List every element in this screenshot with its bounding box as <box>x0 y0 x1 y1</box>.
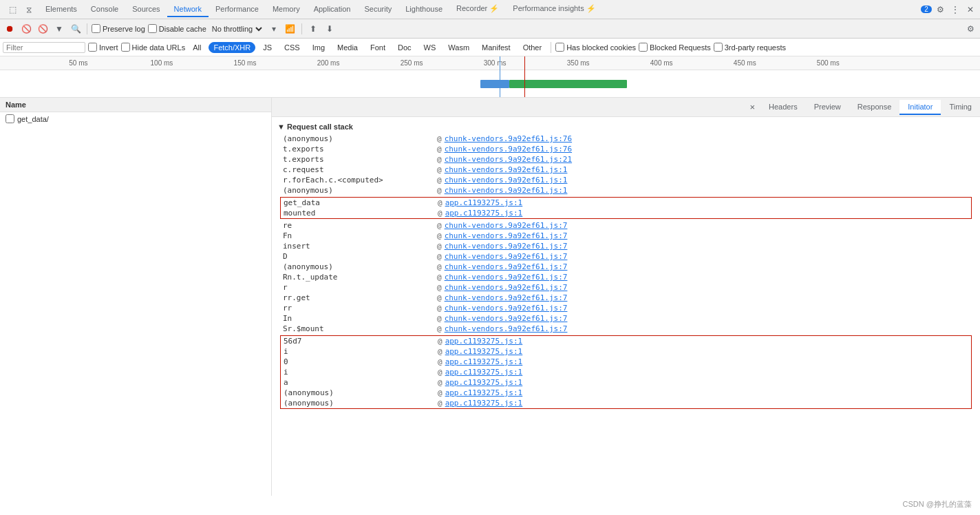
row-checkbox[interactable] <box>6 114 14 123</box>
mark-300ms: 300 ms <box>484 59 507 67</box>
mark-350ms: 350 ms <box>567 59 590 67</box>
stack-link-4[interactable]: chunk-vendors.9a92ef61.js:1 <box>445 176 568 185</box>
tab-console[interactable]: Console <box>84 2 125 17</box>
stack-link-21[interactable]: app.c1193275.js:1 <box>445 357 523 366</box>
stop-icon[interactable]: 🚫 <box>19 22 33 36</box>
has-blocked-cookies-label[interactable]: Has blocked cookies <box>555 43 636 52</box>
clear-button[interactable]: 🚫 <box>36 22 50 36</box>
stack-link-18[interactable]: chunk-vendors.9a92ef61.js:7 <box>445 324 568 333</box>
stack-link-5[interactable]: chunk-vendors.9a92ef61.js:1 <box>445 186 568 195</box>
settings-icon[interactable]: ⚙ <box>933 3 947 17</box>
stack-link-24[interactable]: app.c1193275.js:1 <box>445 388 523 397</box>
preserve-log-checkbox[interactable] <box>92 24 100 33</box>
tab-network[interactable]: Network <box>167 2 209 17</box>
third-party-checkbox[interactable] <box>714 43 723 52</box>
tab-application[interactable]: Application <box>307 2 358 17</box>
close-devtools-icon[interactable]: ✕ <box>963 3 977 17</box>
stack-link-10[interactable]: chunk-vendors.9a92ef61.js:7 <box>445 242 568 251</box>
stack-row-8: re @ chunk-vendors.9a92ef61.js:7 <box>272 220 980 231</box>
tab-perf-insights[interactable]: Performance insights ⚡ <box>506 1 602 17</box>
throttle-dropdown-icon[interactable]: ▾ <box>267 22 281 36</box>
import-icon[interactable]: ⬆ <box>306 22 320 36</box>
export-icon[interactable]: ⬇ <box>323 22 337 36</box>
separator-1 <box>87 23 87 34</box>
stack-row-11: D @ chunk-vendors.9a92ef61.js:7 <box>272 251 980 262</box>
filter-tag-font[interactable]: Font <box>365 42 390 53</box>
separator-2 <box>301 23 302 34</box>
has-blocked-cookies-checkbox[interactable] <box>555 43 564 52</box>
invert-checkbox[interactable] <box>88 43 97 52</box>
stack-link-12[interactable]: chunk-vendors.9a92ef61.js:7 <box>445 262 568 271</box>
mark-100ms: 100 ms <box>151 59 173 67</box>
stack-link-22[interactable]: app.c1193275.js:1 <box>445 368 523 377</box>
tab-headers[interactable]: Headers <box>760 100 806 115</box>
preserve-log-label[interactable]: Preserve log <box>92 24 145 33</box>
hide-data-urls-checkbox[interactable] <box>121 43 130 52</box>
stack-row-14: r @ chunk-vendors.9a92ef61.js:7 <box>272 282 980 293</box>
filter-tag-ws[interactable]: WS <box>419 42 441 53</box>
third-party-label[interactable]: 3rd-party requests <box>714 43 786 52</box>
stack-link-15[interactable]: chunk-vendors.9a92ef61.js:7 <box>445 293 568 302</box>
filter-icon[interactable]: ▼ <box>52 22 66 36</box>
tab-elements[interactable]: Elements <box>39 2 84 17</box>
stack-link-17[interactable]: chunk-vendors.9a92ef61.js:7 <box>445 314 568 323</box>
device-icon[interactable]: ⧖ <box>22 3 36 17</box>
stack-link-6[interactable]: app.c1193275.js:1 <box>445 198 523 207</box>
stack-link-19[interactable]: app.c1193275.js:1 <box>445 337 523 346</box>
blocked-requests-label[interactable]: Blocked Requests <box>639 43 711 52</box>
tab-initiator[interactable]: Initiator <box>899 100 941 115</box>
stack-link-0[interactable]: chunk-vendors.9a92ef61.js:76 <box>445 134 572 143</box>
tab-recorder[interactable]: Recorder ⚡ <box>449 1 506 17</box>
search-icon[interactable]: 🔍 <box>69 22 83 36</box>
stack-link-11[interactable]: chunk-vendors.9a92ef61.js:7 <box>445 252 568 261</box>
wifi-icon[interactable]: 📶 <box>284 22 297 36</box>
stack-link-14[interactable]: chunk-vendors.9a92ef61.js:7 <box>445 283 568 292</box>
timeline-bar-blue <box>480 80 510 88</box>
tab-security[interactable]: Security <box>357 2 398 17</box>
tab-memory[interactable]: Memory <box>266 2 307 17</box>
tab-preview[interactable]: Preview <box>806 100 849 115</box>
invert-label[interactable]: Invert <box>88 43 118 52</box>
tab-performance[interactable]: Performance <box>209 2 266 17</box>
hide-data-urls-label[interactable]: Hide data URLs <box>121 43 186 52</box>
filter-tag-doc[interactable]: Doc <box>393 42 416 53</box>
disable-cache-label[interactable]: Disable cache <box>148 24 206 33</box>
stack-link-2[interactable]: chunk-vendors.9a92ef61.js:21 <box>445 155 572 164</box>
stack-link-25[interactable]: app.c1193275.js:1 <box>445 399 523 408</box>
stack-link-1[interactable]: chunk-vendors.9a92ef61.js:76 <box>445 145 572 154</box>
more-icon[interactable]: ⋮ <box>948 3 962 17</box>
filter-tag-img[interactable]: Img <box>308 42 330 53</box>
throttle-select[interactable]: No throttling <box>209 24 264 34</box>
blocked-requests-checkbox[interactable] <box>639 43 648 52</box>
filter-tag-media[interactable]: Media <box>332 42 363 53</box>
filter-input[interactable] <box>3 42 85 53</box>
stack-link-3[interactable]: chunk-vendors.9a92ef61.js:1 <box>445 165 568 174</box>
network-toolbar: ⏺ 🚫 🚫 ▼ 🔍 Preserve log Disable cache No … <box>0 19 980 39</box>
stack-link-7[interactable]: app.c1193275.js:1 <box>445 209 523 218</box>
stack-link-8[interactable]: chunk-vendors.9a92ef61.js:7 <box>445 221 568 230</box>
tab-response[interactable]: Response <box>849 100 900 115</box>
stack-link-23[interactable]: app.c1193275.js:1 <box>445 378 523 387</box>
stack-link-20[interactable]: app.c1193275.js:1 <box>445 347 523 356</box>
record-button[interactable]: ⏺ <box>3 22 17 36</box>
stack-link-9[interactable]: chunk-vendors.9a92ef61.js:7 <box>445 231 568 240</box>
close-detail-button[interactable]: × <box>744 99 760 115</box>
inspect-icon[interactable]: ⬚ <box>6 3 19 17</box>
filter-tag-css[interactable]: CSS <box>279 42 305 53</box>
list-item[interactable]: get_data/ <box>0 112 271 125</box>
settings-network-icon[interactable]: ⚙ <box>963 22 977 36</box>
filter-tag-js[interactable]: JS <box>258 42 277 53</box>
mark-500ms: 500 ms <box>817 59 840 67</box>
timeline-line-blue <box>500 56 500 98</box>
disable-cache-checkbox[interactable] <box>148 24 157 33</box>
filter-tag-manifest[interactable]: Manifest <box>477 42 515 53</box>
filter-tag-other[interactable]: Other <box>518 42 547 53</box>
filter-tag-fetch-xhr[interactable]: Fetch/XHR <box>209 42 255 53</box>
stack-link-13[interactable]: chunk-vendors.9a92ef61.js:7 <box>445 273 568 282</box>
tab-timing[interactable]: Timing <box>941 100 980 115</box>
tab-lighthouse[interactable]: Lighthouse <box>398 2 449 17</box>
filter-tag-all[interactable]: All <box>188 42 206 53</box>
filter-tag-wasm[interactable]: Wasm <box>443 42 474 53</box>
stack-link-16[interactable]: chunk-vendors.9a92ef61.js:7 <box>445 304 568 313</box>
tab-sources[interactable]: Sources <box>125 2 167 17</box>
